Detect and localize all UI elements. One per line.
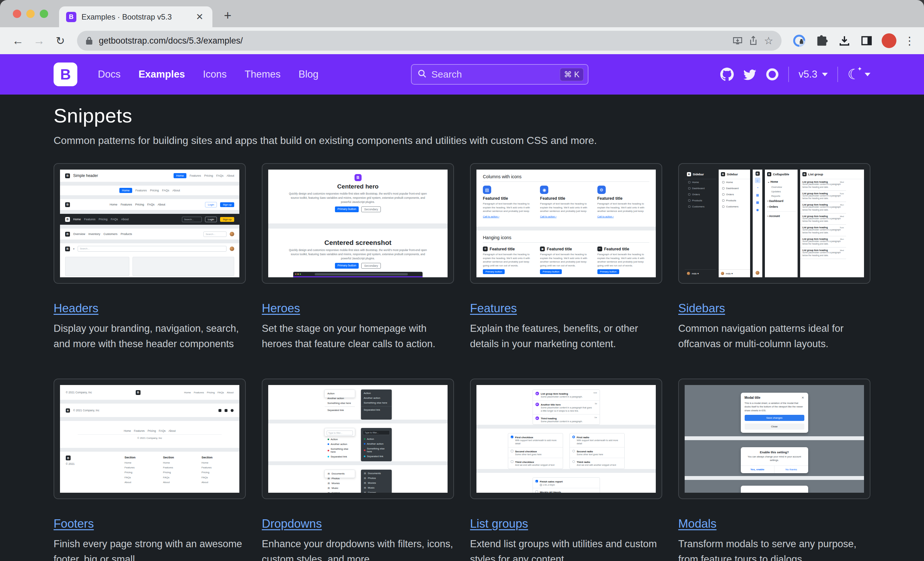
- thumb-nav-item: About: [226, 174, 234, 177]
- thumb-menu-item: Another action: [325, 442, 355, 447]
- thumb-search-input: Search...: [78, 246, 226, 252]
- navbar-link[interactable]: Blog: [290, 69, 328, 80]
- new-tab-button[interactable]: +: [224, 8, 231, 23]
- sidebars-thumbnail[interactable]: BSidebar Home Dashboard Orders Products …: [678, 163, 870, 284]
- profile-avatar[interactable]: [882, 33, 896, 48]
- navbar-link[interactable]: Examples: [130, 69, 194, 80]
- back-icon[interactable]: ←: [9, 35, 27, 46]
- thumb-close-button: Close: [745, 423, 804, 429]
- theme-toggle[interactable]: ☾✦: [848, 67, 870, 81]
- fullscreen-window-button[interactable]: [40, 10, 48, 18]
- search-input[interactable]: [432, 69, 555, 80]
- menu-kebab-icon[interactable]: ⋮: [904, 34, 915, 47]
- opencollective-icon[interactable]: [766, 68, 778, 81]
- thumb-primary-button: Primary button: [597, 269, 619, 274]
- thumb-nav: OverviewInventoryCustomersProducts: [73, 232, 132, 236]
- extensions-puzzle-icon[interactable]: [816, 34, 828, 47]
- heroes-thumbnail[interactable]: B Centered hero Quickly design and custo…: [262, 163, 454, 284]
- password-manager-icon[interactable]: [792, 34, 806, 48]
- thumb-tree-item: › Dashboard: [765, 198, 798, 204]
- bootstrap-logo[interactable]: B: [54, 63, 77, 86]
- thumb-footer-link: About: [227, 391, 234, 394]
- modals-link[interactable]: Modals: [678, 517, 716, 530]
- share-icon[interactable]: [748, 35, 758, 46]
- bookmark-star-icon[interactable]: ☆: [764, 34, 773, 47]
- github-icon[interactable]: [720, 67, 734, 81]
- tab-close-icon[interactable]: ✕: [194, 12, 206, 22]
- features-link[interactable]: Features: [470, 302, 517, 315]
- bootstrap-mini-logo: B: [66, 456, 70, 460]
- dropdowns-thumbnail[interactable]: ActionAnother actionSomething else here …: [262, 378, 454, 499]
- thumb-whatsnew-modal: What's new: [741, 486, 808, 493]
- thumb-feature-title: Featured title: [483, 196, 535, 200]
- navbar-link[interactable]: Icons: [194, 69, 236, 80]
- navbar-link[interactable]: Docs: [90, 69, 130, 80]
- thumb-icon-rail: B ⌂ ◔ ▦ ▩ ◉: [753, 170, 762, 277]
- thumb-sidebar-item: Orders: [686, 192, 715, 197]
- thumb-menu-item: Another action: [325, 396, 355, 401]
- lock-icon[interactable]: [86, 36, 93, 45]
- page-subtitle: Common patterns for building sites and a…: [54, 135, 870, 147]
- thumb-task-list: ✓Finish sales report1:00–2:00pm Weekly A…: [532, 477, 600, 493]
- search-box[interactable]: ⌘ K: [411, 64, 588, 85]
- sidebars-link[interactable]: Sidebars: [678, 302, 725, 315]
- heroes-link[interactable]: Heroes: [262, 302, 300, 315]
- placeholder-box: [132, 257, 234, 276]
- headers-link[interactable]: Headers: [54, 302, 99, 315]
- downloads-icon[interactable]: [838, 34, 851, 47]
- side-panel-icon[interactable]: [861, 34, 873, 47]
- cpu-icon: ▣: [540, 247, 545, 251]
- card-description: Explain the features, benefits, or other…: [470, 321, 662, 352]
- thumb-copyright: © 2021 Company, Inc: [73, 409, 99, 412]
- thumb-search-input: Search...: [182, 217, 202, 222]
- minimize-window-button[interactable]: [26, 10, 34, 18]
- footers-thumbnail[interactable]: © 2021 Company, Inc B HomeFeaturesPricin…: [54, 378, 246, 499]
- bootstrap-mini-logo: B: [65, 247, 70, 251]
- thumb-modal-body: You can always change your mind in your …: [745, 455, 804, 462]
- thumb-secondary-button: Secondary: [361, 263, 381, 269]
- navbar-link[interactable]: Themes: [236, 69, 290, 80]
- thumb-menu-item: ▤Music: [361, 485, 392, 490]
- footers-link[interactable]: Footers: [54, 517, 94, 530]
- thumb-section-title: Hanging icons: [483, 235, 650, 243]
- bootstrap-mini-logo: B: [65, 202, 70, 207]
- thumb-nav-item: About: [121, 218, 129, 221]
- thumb-confirm-modal: Enable this setting? You can always chan…: [741, 447, 808, 473]
- features-thumbnail[interactable]: Columns with icons ▤ Featured title Para…: [470, 163, 662, 284]
- thumb-dropdown-menu: ActionAnother actionSomething else here …: [324, 389, 355, 398]
- thumb-nav-item: FAQs: [162, 189, 170, 192]
- thumb-nav-item: About: [172, 189, 180, 192]
- twitter-icon[interactable]: [743, 68, 756, 81]
- thumb-nav-item: Customers: [104, 232, 118, 236]
- thumb-sidebar-item: Customers: [686, 204, 715, 209]
- thumb-sidebar-user: mdo ▾: [685, 269, 716, 277]
- bootstrap-mini-logo: B: [65, 232, 70, 236]
- url-text[interactable]: getbootstrap.com/docs/5.3/examples/: [99, 36, 727, 46]
- thumb-feature-paragraph: Paragraph of text beneath the heading to…: [597, 253, 650, 267]
- card-description: Enhance your dropdowns with filters, ico…: [262, 536, 454, 561]
- reload-icon[interactable]: ↻: [51, 35, 69, 46]
- install-app-icon[interactable]: [732, 36, 743, 46]
- card-description: Extend list groups with utilities and cu…: [470, 536, 662, 561]
- listgroups-link[interactable]: List groups: [470, 517, 528, 530]
- browser-tab[interactable]: B Examples · Bootstrap v5.3 ✕: [59, 6, 212, 27]
- thumb-sidebar-item: Dashboard: [720, 186, 749, 191]
- thumb-nav-item: Pricing: [99, 218, 108, 221]
- thumb-footer-link: Features: [163, 465, 201, 470]
- thumb-menu-item: Something else here: [325, 401, 355, 405]
- thumb-cta-link: Call to action ›: [483, 215, 499, 218]
- forward-icon[interactable]: →: [30, 35, 48, 46]
- thumb-copyright: © 2021 Company, Inc: [66, 391, 92, 394]
- dropdowns-link[interactable]: Dropdowns: [262, 517, 322, 530]
- headers-thumbnail[interactable]: B Simple header HomeFeaturesPricingFAQsA…: [54, 163, 246, 284]
- thumb-menu-item: ▤Games: [361, 490, 392, 493]
- thumb-nav-item: Inventory: [88, 232, 100, 236]
- close-window-button[interactable]: [13, 10, 21, 18]
- thumb-footer-link: Pricing: [201, 470, 234, 475]
- version-dropdown[interactable]: v5.3: [798, 69, 828, 80]
- card-title: Heroes: [262, 302, 454, 315]
- modals-thumbnail[interactable]: Modal title ✕ This is a modal sheet, a v…: [678, 378, 870, 499]
- thumb-footer-link: FAQs: [201, 475, 234, 480]
- address-bar[interactable]: getbootstrap.com/docs/5.3/examples/ ☆: [77, 31, 782, 51]
- listgroups-thumbnail[interactable]: B List group item headingSome placeholde…: [470, 378, 662, 499]
